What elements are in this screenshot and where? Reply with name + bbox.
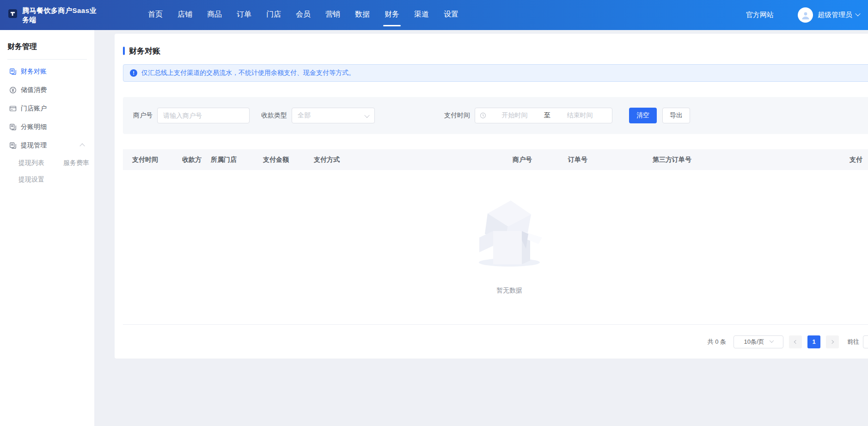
brand-title: 腾马餐饮多商户Saas业务端: [22, 6, 102, 24]
sidebar-subitem-withdraw-list[interactable]: 提现列表: [18, 159, 44, 167]
user-name: 超级管理员: [818, 11, 852, 19]
start-time-placeholder[interactable]: 开始时间: [487, 111, 542, 120]
nav-item-shop[interactable]: 店铺: [170, 0, 200, 30]
sidebar-item-reconciliation[interactable]: 财务对账: [0, 62, 94, 81]
column-header-thirdparty-order-id: 第三方订单号: [653, 156, 850, 164]
avatar: [798, 7, 813, 23]
sidebar-item-store-account[interactable]: 门店账户: [0, 99, 94, 118]
chevron-down-icon: [855, 11, 860, 16]
sidebar: 财务管理 财务对账 储值消费 门店账户: [0, 30, 94, 426]
date-range-picker[interactable]: 开始时间 至 结束时间: [475, 108, 612, 123]
filter-bar: 商户号 收款类型 全部 支付时间 开始时间 至 结束时间: [123, 97, 868, 134]
nav-item-channels[interactable]: 渠道: [407, 0, 436, 30]
chevron-down-icon: [365, 111, 369, 120]
goto-page-input[interactable]: [863, 335, 868, 348]
chevron-down-icon: [769, 338, 774, 343]
merchant-id-input[interactable]: [157, 108, 250, 123]
page-size-value: 10条/页: [744, 338, 764, 346]
column-header-pay-method: 支付方式: [314, 156, 513, 164]
nav-item-settings[interactable]: 设置: [436, 0, 466, 30]
payment-type-label: 收款类型: [261, 111, 287, 120]
page-size-select[interactable]: 10条/页: [734, 335, 783, 348]
ledger-icon: [9, 123, 17, 131]
chevron-up-icon: [80, 142, 84, 149]
bank-card-icon: [9, 105, 17, 112]
info-alert: ! 仅汇总线上支付渠道的交易流水，不统计使用余额支付、现金支付等方式。: [123, 64, 868, 82]
brand: 腾马餐饮多商户Saas业务端: [8, 6, 125, 24]
ledger-icon: [9, 68, 17, 75]
sidebar-subitem-withdraw-settings[interactable]: 提现设置: [18, 176, 44, 184]
payment-type-value: 全部: [298, 111, 311, 120]
nav-item-goods[interactable]: 商品: [200, 0, 229, 30]
info-icon: !: [130, 69, 137, 77]
main-content: 财务对账 ! 仅汇总线上支付渠道的交易流水，不统计使用余额支付、现金支付等方式。…: [94, 30, 868, 426]
title-accent-bar: [123, 47, 125, 55]
sidebar-item-label: 门店账户: [21, 104, 47, 113]
nav-item-members[interactable]: 会员: [288, 0, 318, 30]
column-header-amount: 支付金额: [263, 156, 314, 164]
empty-text: 暂无数据: [496, 286, 522, 295]
sidebar-item-withdraw-management[interactable]: 提现管理: [0, 136, 94, 155]
sidebar-item-label: 提现管理: [21, 141, 47, 150]
column-header-payee: 收款方: [182, 156, 211, 164]
empty-state: 暂无数据: [123, 170, 868, 325]
sidebar-item-split-detail[interactable]: 分账明细: [0, 118, 94, 136]
official-website-link[interactable]: 官方网站: [746, 11, 774, 19]
nav-item-stores[interactable]: 门店: [259, 0, 288, 30]
brand-logo-icon: [8, 9, 17, 18]
clock-icon: [480, 112, 486, 119]
nav-item-orders[interactable]: 订单: [229, 0, 259, 30]
empty-box-illustration: [470, 193, 549, 268]
payment-time-label: 支付时间: [444, 111, 470, 120]
column-header-merchant-id: 商户号: [513, 156, 568, 164]
top-navbar: 腾马餐饮多商户Saas业务端 首页 店铺 商品 订单 门店 会员 营销 数据 财…: [0, 0, 868, 30]
sidebar-item-label: 分账明细: [21, 123, 47, 131]
nav-item-finance[interactable]: 财务: [377, 0, 407, 30]
merchant-id-label: 商户号: [133, 111, 153, 120]
user-menu[interactable]: 超级管理员: [798, 7, 860, 23]
column-header-pay-time: 支付时间: [132, 156, 182, 164]
end-time-placeholder[interactable]: 结束时间: [552, 111, 607, 120]
next-page-button[interactable]: [826, 335, 839, 348]
prev-page-button[interactable]: [789, 335, 802, 348]
payment-type-select[interactable]: 全部: [292, 108, 375, 123]
sidebar-subitem-service-rate[interactable]: 服务费率: [63, 159, 89, 167]
sidebar-title: 财务管理: [0, 30, 94, 52]
table-header-row: 支付时间 收款方 所属门店 支付金额 支付方式 商户号 订单号 第三方订单号 支…: [123, 149, 868, 170]
page-title: 财务对账: [129, 46, 160, 56]
current-page-button[interactable]: 1: [807, 335, 820, 348]
main-nav: 首页 店铺 商品 订单 门店 会员 营销 数据 财务 渠道 设置: [141, 0, 466, 30]
date-separator: 至: [542, 111, 552, 120]
ledger-icon: [9, 142, 17, 149]
goto-label: 前往: [847, 338, 859, 346]
alert-text: 仅汇总线上支付渠道的交易流水，不统计使用余额支付、现金支付等方式。: [141, 69, 355, 77]
sidebar-item-label: 财务对账: [21, 67, 47, 76]
page-title-row: 财务对账: [123, 34, 868, 55]
pagination: 共 0 条 10条/页 1 前往 页: [123, 325, 868, 359]
nav-item-home[interactable]: 首页: [141, 0, 170, 30]
column-header-store: 所属门店: [211, 156, 263, 164]
nav-item-marketing[interactable]: 营销: [318, 0, 348, 30]
clear-button[interactable]: 清空: [629, 108, 657, 123]
chevron-right-icon: [830, 340, 834, 343]
export-button[interactable]: 导出: [662, 108, 690, 123]
total-count: 共 0 条: [708, 338, 726, 346]
yen-circle-icon: [9, 86, 17, 94]
column-header-order-id: 订单号: [568, 156, 653, 164]
header-right: 官方网站 超级管理员: [746, 7, 860, 23]
content-card: 财务对账 ! 仅汇总线上支付渠道的交易流水，不统计使用余额支付、现金支付等方式。…: [115, 34, 868, 359]
sidebar-item-label: 储值消费: [21, 86, 47, 94]
column-header-pay-clipped: 支付: [850, 156, 868, 164]
sidebar-item-stored-value[interactable]: 储值消费: [0, 81, 94, 99]
nav-item-data[interactable]: 数据: [348, 0, 377, 30]
divider: [7, 59, 87, 60]
chevron-left-icon: [794, 340, 798, 343]
